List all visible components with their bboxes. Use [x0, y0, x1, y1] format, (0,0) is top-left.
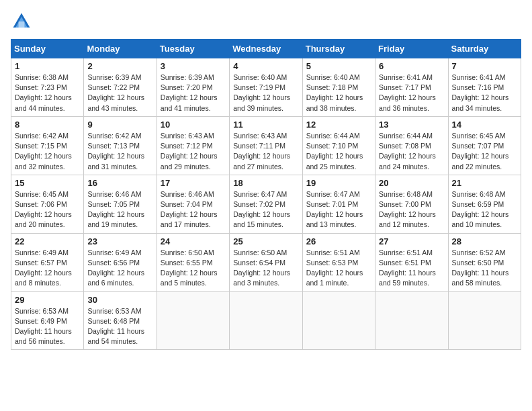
calendar-cell: 16 Sunrise: 6:46 AMSunset: 7:05 PMDaylig… [84, 175, 157, 233]
day-info: Sunrise: 6:42 AMSunset: 7:15 PMDaylight:… [15, 132, 72, 171]
day-info: Sunrise: 6:43 AMSunset: 7:12 PMDaylight:… [161, 132, 218, 171]
day-number: 29 [15, 295, 80, 305]
day-number: 28 [452, 236, 517, 246]
day-number: 1 [15, 61, 80, 71]
day-number: 9 [87, 120, 152, 130]
day-number: 5 [306, 61, 371, 71]
day-info: Sunrise: 6:44 AMSunset: 7:08 PMDaylight:… [379, 132, 436, 171]
day-number: 14 [452, 120, 517, 130]
day-number: 6 [379, 61, 444, 71]
day-number: 3 [161, 61, 226, 71]
calendar-cell: 2 Sunrise: 6:39 AMSunset: 7:22 PMDayligh… [84, 58, 157, 117]
calendar-cell: 28 Sunrise: 6:52 AMSunset: 6:50 PMDaylig… [448, 233, 521, 291]
day-info: Sunrise: 6:45 AMSunset: 7:07 PMDaylight:… [452, 132, 509, 171]
day-number: 13 [379, 120, 444, 130]
day-info: Sunrise: 6:49 AMSunset: 6:56 PMDaylight:… [87, 248, 144, 287]
calendar-week-row-2: 8 Sunrise: 6:42 AMSunset: 7:15 PMDayligh… [11, 116, 521, 175]
day-info: Sunrise: 6:42 AMSunset: 7:13 PMDaylight:… [87, 132, 144, 171]
calendar-week-row-4: 22 Sunrise: 6:49 AMSunset: 6:57 PMDaylig… [11, 233, 521, 291]
day-info: Sunrise: 6:51 AMSunset: 6:53 PMDaylight:… [306, 248, 363, 287]
logo [11, 11, 35, 32]
calendar-cell: 23 Sunrise: 6:49 AMSunset: 6:56 PMDaylig… [84, 233, 157, 291]
calendar-cell: 5 Sunrise: 6:40 AMSunset: 7:18 PMDayligh… [302, 58, 375, 117]
calendar-cell: 29 Sunrise: 6:53 AMSunset: 6:49 PMDaylig… [11, 291, 84, 350]
calendar-cell: 26 Sunrise: 6:51 AMSunset: 6:53 PMDaylig… [302, 233, 375, 291]
calendar-cell [448, 291, 521, 350]
calendar-cell [302, 291, 375, 350]
day-info: Sunrise: 6:41 AMSunset: 7:17 PMDaylight:… [379, 73, 436, 112]
day-number: 30 [87, 295, 152, 305]
calendar-cell: 11 Sunrise: 6:43 AMSunset: 7:11 PMDaylig… [230, 116, 302, 175]
day-info: Sunrise: 6:53 AMSunset: 6:49 PMDaylight:… [15, 307, 72, 346]
calendar-cell: 8 Sunrise: 6:42 AMSunset: 7:15 PMDayligh… [11, 116, 84, 175]
day-number: 17 [161, 178, 226, 188]
day-info: Sunrise: 6:47 AMSunset: 7:02 PMDaylight:… [233, 190, 290, 229]
day-info: Sunrise: 6:49 AMSunset: 6:57 PMDaylight:… [15, 248, 72, 287]
weekday-header-thursday: Thursday [302, 40, 375, 58]
calendar-cell: 7 Sunrise: 6:41 AMSunset: 7:16 PMDayligh… [448, 58, 521, 117]
day-info: Sunrise: 6:38 AMSunset: 7:23 PMDaylight:… [15, 73, 72, 112]
calendar-cell [157, 291, 229, 350]
calendar-cell: 24 Sunrise: 6:50 AMSunset: 6:55 PMDaylig… [157, 233, 229, 291]
day-number: 11 [233, 120, 298, 130]
day-number: 20 [379, 178, 444, 188]
calendar-week-row-5: 29 Sunrise: 6:53 AMSunset: 6:49 PMDaylig… [11, 291, 521, 350]
weekday-header-row: SundayMondayTuesdayWednesdayThursdayFrid… [11, 40, 521, 58]
calendar-cell: 12 Sunrise: 6:44 AMSunset: 7:10 PMDaylig… [302, 116, 375, 175]
day-info: Sunrise: 6:48 AMSunset: 7:00 PMDaylight:… [379, 190, 436, 229]
day-number: 10 [161, 120, 226, 130]
calendar-cell: 9 Sunrise: 6:42 AMSunset: 7:13 PMDayligh… [84, 116, 157, 175]
calendar-cell: 4 Sunrise: 6:40 AMSunset: 7:19 PMDayligh… [230, 58, 302, 117]
day-info: Sunrise: 6:50 AMSunset: 6:55 PMDaylight:… [161, 248, 218, 287]
day-number: 25 [233, 236, 298, 246]
day-number: 7 [452, 61, 517, 71]
day-info: Sunrise: 6:39 AMSunset: 7:22 PMDaylight:… [87, 73, 144, 112]
weekday-header-wednesday: Wednesday [230, 40, 302, 58]
weekday-header-monday: Monday [84, 40, 157, 58]
calendar-cell: 17 Sunrise: 6:46 AMSunset: 7:04 PMDaylig… [157, 175, 229, 233]
calendar-cell: 15 Sunrise: 6:45 AMSunset: 7:06 PMDaylig… [11, 175, 84, 233]
calendar-cell: 10 Sunrise: 6:43 AMSunset: 7:12 PMDaylig… [157, 116, 229, 175]
day-number: 24 [161, 236, 226, 246]
day-number: 22 [15, 236, 80, 246]
day-info: Sunrise: 6:53 AMSunset: 6:48 PMDaylight:… [87, 307, 144, 346]
day-info: Sunrise: 6:44 AMSunset: 7:10 PMDaylight:… [306, 132, 363, 171]
calendar-cell: 19 Sunrise: 6:47 AMSunset: 7:01 PMDaylig… [302, 175, 375, 233]
day-number: 18 [233, 178, 298, 188]
calendar-week-row-3: 15 Sunrise: 6:45 AMSunset: 7:06 PMDaylig… [11, 175, 521, 233]
day-number: 15 [15, 178, 80, 188]
calendar-cell: 14 Sunrise: 6:45 AMSunset: 7:07 PMDaylig… [448, 116, 521, 175]
calendar-cell: 22 Sunrise: 6:49 AMSunset: 6:57 PMDaylig… [11, 233, 84, 291]
day-info: Sunrise: 6:40 AMSunset: 7:19 PMDaylight:… [233, 73, 290, 112]
calendar-cell: 13 Sunrise: 6:44 AMSunset: 7:08 PMDaylig… [375, 116, 448, 175]
logo-icon [11, 11, 32, 32]
day-number: 21 [452, 178, 517, 188]
day-number: 4 [233, 61, 298, 71]
calendar-cell: 30 Sunrise: 6:53 AMSunset: 6:48 PMDaylig… [84, 291, 157, 350]
day-info: Sunrise: 6:46 AMSunset: 7:04 PMDaylight:… [161, 190, 218, 229]
calendar-cell: 3 Sunrise: 6:39 AMSunset: 7:20 PMDayligh… [157, 58, 229, 117]
calendar-cell: 6 Sunrise: 6:41 AMSunset: 7:17 PMDayligh… [375, 58, 448, 117]
weekday-header-tuesday: Tuesday [157, 40, 229, 58]
day-info: Sunrise: 6:47 AMSunset: 7:01 PMDaylight:… [306, 190, 363, 229]
day-info: Sunrise: 6:45 AMSunset: 7:06 PMDaylight:… [15, 190, 72, 229]
day-number: 12 [306, 120, 371, 130]
day-number: 2 [87, 61, 152, 71]
day-info: Sunrise: 6:48 AMSunset: 6:59 PMDaylight:… [452, 190, 509, 229]
day-number: 16 [87, 178, 152, 188]
calendar-cell: 18 Sunrise: 6:47 AMSunset: 7:02 PMDaylig… [230, 175, 302, 233]
calendar-cell [375, 291, 448, 350]
day-number: 19 [306, 178, 371, 188]
svg-rect-2 [19, 21, 25, 28]
weekday-header-sunday: Sunday [11, 40, 84, 58]
day-number: 8 [15, 120, 80, 130]
day-number: 27 [379, 236, 444, 246]
day-number: 23 [87, 236, 152, 246]
calendar-cell: 27 Sunrise: 6:51 AMSunset: 6:51 PMDaylig… [375, 233, 448, 291]
day-info: Sunrise: 6:50 AMSunset: 6:54 PMDaylight:… [233, 248, 290, 287]
calendar-cell: 21 Sunrise: 6:48 AMSunset: 6:59 PMDaylig… [448, 175, 521, 233]
day-info: Sunrise: 6:52 AMSunset: 6:50 PMDaylight:… [452, 248, 509, 287]
calendar-table: SundayMondayTuesdayWednesdayThursdayFrid… [11, 39, 521, 350]
calendar-cell: 25 Sunrise: 6:50 AMSunset: 6:54 PMDaylig… [230, 233, 302, 291]
page-header [11, 11, 521, 32]
